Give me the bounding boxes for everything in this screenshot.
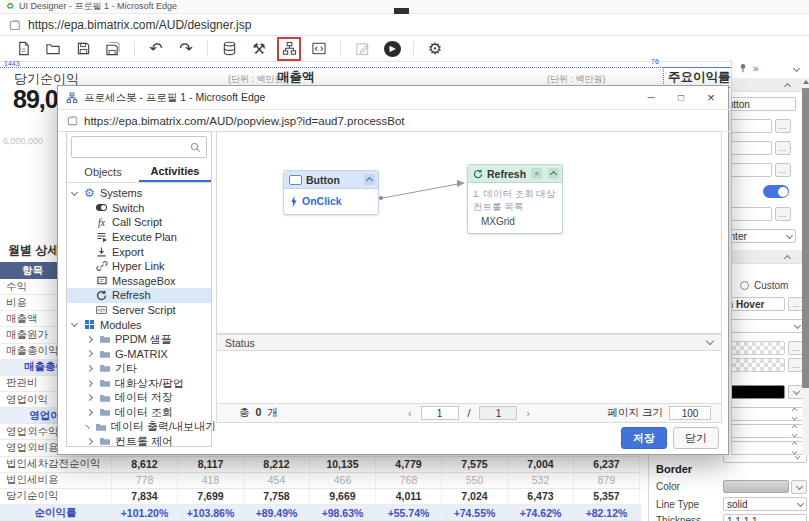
status-panel-header[interactable]: Status: [216, 334, 722, 351]
scrollbar-thumb[interactable]: [802, 88, 809, 388]
open-folder-icon[interactable]: [41, 38, 65, 60]
current-page-input[interactable]: 1: [421, 406, 459, 420]
revenue-chart-title[interactable]: 매출액: [277, 69, 315, 86]
collapsed-chevron-icon[interactable]: [86, 394, 93, 401]
save-as-icon[interactable]: [101, 38, 125, 60]
tree-folder-item[interactable]: 대화상자/팝업: [67, 376, 211, 391]
refresh-node[interactable]: Refresh ≡ 1. 데이터 조회 대상 컨트롤 목록 MXGrid: [467, 164, 563, 234]
redo-icon[interactable]: ↷: [174, 38, 198, 60]
number-stepper[interactable]: [731, 441, 804, 455]
tree-folder-item[interactable]: 기타: [67, 361, 211, 376]
panel-chevron-down-icon[interactable]: [793, 64, 800, 71]
refresh-node-header[interactable]: Refresh ≡: [468, 165, 562, 183]
tree-folder-item[interactable]: 데이터 조회: [67, 405, 211, 420]
ellipsis-button[interactable]: …: [775, 207, 791, 221]
collapsed-chevron-icon[interactable]: [86, 379, 93, 386]
code-editor-icon[interactable]: [307, 38, 331, 60]
align-dropdown[interactable]: center: [731, 229, 796, 243]
build-tools-icon[interactable]: ⚒: [247, 38, 271, 60]
collapsed-chevron-icon[interactable]: [86, 336, 93, 343]
tree-folder-item[interactable]: PPDM 샘플: [67, 332, 211, 347]
tab-objects[interactable]: Objects: [67, 162, 139, 182]
browser-urlbar[interactable]: https://epa.bimatrix.com/AUD/designer.js…: [0, 14, 809, 36]
database-icon[interactable]: [217, 38, 241, 60]
ellipsis-button[interactable]: …: [775, 141, 791, 155]
tree-item-hyper-link[interactable]: Hyper Link: [67, 259, 211, 274]
property-group-header[interactable]: [732, 250, 809, 264]
transparent-color-swatch[interactable]: [731, 358, 785, 372]
tree-folder-item[interactable]: 컨트롤 제어: [67, 434, 211, 449]
ellipsis-button[interactable]: …: [775, 163, 791, 177]
collapsed-chevron-icon[interactable]: [85, 425, 89, 429]
property-input[interactable]: [731, 207, 772, 221]
prev-page-icon[interactable]: ‹: [408, 407, 412, 419]
new-document-icon[interactable]: [11, 38, 35, 60]
collapsed-chevron-icon[interactable]: [86, 350, 93, 357]
tree-folder-item[interactable]: 데이터 출력/내보내기: [67, 420, 211, 435]
collapsed-chevron-icon[interactable]: [86, 438, 93, 445]
tree-item-execute-plan[interactable]: Execute Plan: [67, 230, 211, 245]
tree-search-input[interactable]: [71, 136, 207, 158]
node-list-icon[interactable]: ≡: [531, 168, 542, 179]
save-icon[interactable]: [71, 38, 95, 60]
edit-icon[interactable]: [350, 38, 374, 60]
scrollbar-up-arrow[interactable]: [803, 80, 809, 84]
expanded-chevron-icon[interactable]: [71, 189, 78, 196]
flow-canvas[interactable]: Button OnClick Refresh ≡ 1. 데이터 조회 대상 컨트…: [216, 131, 722, 334]
collapse-node-icon[interactable]: [364, 174, 375, 185]
style-dropdown[interactable]: [731, 319, 804, 333]
property-input[interactable]: [731, 163, 772, 177]
custom-radio[interactable]: [740, 281, 749, 290]
property-group-header[interactable]: [732, 78, 809, 92]
tree-item-export[interactable]: Export: [67, 244, 211, 259]
popup-urlbar[interactable]: https://epa.bimatrix.com/AUD/popview.jsp…: [58, 110, 730, 132]
number-stepper[interactable]: [723, 455, 807, 463]
tree-group-modules[interactable]: Modules: [67, 317, 211, 332]
toggle-switch-on[interactable]: [763, 185, 789, 198]
page-size-input[interactable]: 100: [669, 406, 711, 420]
next-page-icon[interactable]: ›: [526, 407, 530, 419]
process-bot-icon[interactable]: [277, 38, 301, 60]
ellipsis-button[interactable]: …: [775, 119, 791, 133]
tree-item-messagebox[interactable]: MessageBox: [67, 274, 211, 289]
tree-group-systems[interactable]: ⚙ Systems: [67, 186, 211, 201]
collapsed-chevron-icon[interactable]: [86, 365, 93, 372]
pin-icon[interactable]: [738, 63, 748, 73]
run-icon[interactable]: ▶: [380, 38, 404, 60]
tree-item-switch[interactable]: Switch: [67, 201, 211, 216]
text-property-input[interactable]: Button: [731, 97, 796, 111]
undo-icon[interactable]: ↶: [144, 38, 168, 60]
line-type-dropdown[interactable]: solid: [723, 497, 807, 511]
property-input[interactable]: [731, 141, 772, 155]
tree-item-call-script[interactable]: fxCall Script: [67, 215, 211, 230]
tree-folder-item[interactable]: G-MATRIX: [67, 347, 211, 362]
color-dropdown-button[interactable]: [791, 480, 807, 494]
number-stepper[interactable]: [731, 407, 804, 421]
status-chevron-down-icon[interactable]: [706, 337, 714, 345]
collapse-panel-icon[interactable]: »: [753, 63, 759, 74]
border-color-swatch[interactable]: [723, 480, 789, 493]
hover-style-input[interactable]: Button Hover: [731, 297, 785, 311]
property-input[interactable]: [731, 119, 772, 133]
close-button[interactable]: ×: [696, 87, 726, 109]
collapse-node-icon[interactable]: [548, 168, 559, 179]
expanded-chevron-icon[interactable]: [71, 320, 78, 327]
onclick-event-row[interactable]: OnClick: [284, 189, 378, 214]
settings-gear-icon[interactable]: ⚙: [423, 38, 447, 60]
tree-item-server-script[interactable]: </>Server Script: [67, 303, 211, 318]
minimize-button[interactable]: ─: [636, 87, 666, 109]
save-button[interactable]: 저장: [621, 427, 667, 449]
transparent-color-swatch[interactable]: [731, 341, 785, 355]
thickness-input[interactable]: 1,1,1,1: [723, 514, 807, 521]
button-node[interactable]: Button OnClick: [283, 170, 379, 215]
maximize-button[interactable]: □: [666, 87, 696, 109]
sidebar-scrollbar[interactable]: [802, 78, 809, 455]
tree-folder-item[interactable]: 데이터 저장: [67, 390, 211, 405]
tree-item-refresh[interactable]: Refresh: [67, 288, 211, 303]
number-stepper[interactable]: [731, 424, 804, 438]
button-node-header[interactable]: Button: [284, 171, 378, 189]
custom-radio-row[interactable]: Custom: [740, 280, 788, 291]
collapsed-chevron-icon[interactable]: [86, 409, 93, 416]
tab-activities[interactable]: Activities: [139, 162, 211, 182]
black-color-swatch[interactable]: [731, 385, 785, 399]
